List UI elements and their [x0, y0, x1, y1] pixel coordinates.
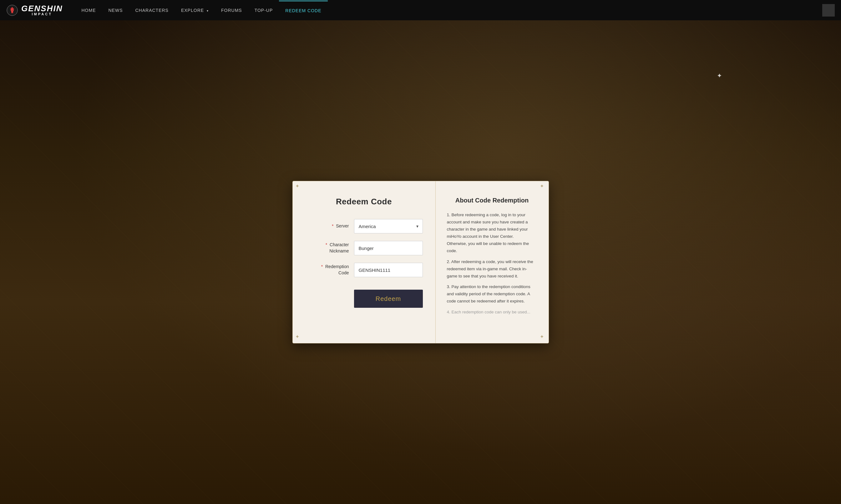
server-label: * Server	[305, 223, 349, 229]
info-point-4: 4. Each redemption code can only be used…	[447, 309, 535, 316]
info-point-2: 2. After redeeming a code, you will rece…	[447, 258, 535, 280]
nav-redeem-code[interactable]: REDEEM CODE	[279, 1, 327, 20]
navbar-right	[822, 4, 835, 17]
corner-tl: ✦	[295, 184, 302, 190]
code-required-star: *	[321, 264, 323, 269]
navbar-nav: HOME NEWS CHARACTERS EXPLORE ▾ FORUMS TO…	[75, 1, 822, 20]
info-point-3: 3. Pay attention to the redemption condi…	[447, 283, 535, 305]
logo-text: GENSHIN IMPACT	[21, 4, 63, 16]
code-field-group: * RedemptionCode	[305, 263, 423, 277]
info-scroll-area[interactable]: 1. Before redeeming a code, log in to yo…	[447, 212, 537, 327]
nav-characters[interactable]: CHARACTERS	[129, 1, 174, 20]
nav-topup[interactable]: TOP-UP	[248, 1, 279, 20]
left-panel-title: Redeem Code	[336, 197, 392, 206]
explore-dropdown-icon: ▾	[207, 9, 209, 13]
nav-news[interactable]: NEWS	[102, 1, 129, 20]
logo[interactable]: GENSHIN IMPACT	[6, 4, 63, 16]
nickname-field-group: * CharacterNickname	[305, 241, 423, 255]
user-avatar[interactable]	[822, 4, 835, 17]
right-panel: About Code Redemption 1. Before redeemin…	[436, 181, 549, 343]
logo-title: GENSHIN	[21, 4, 63, 13]
navbar: GENSHIN IMPACT HOME NEWS CHARACTERS EXPL…	[0, 0, 841, 20]
redeem-button[interactable]: Redeem	[354, 290, 423, 308]
redeem-button-group: Redeem	[305, 285, 423, 308]
code-label: * RedemptionCode	[305, 264, 349, 276]
main-content: ✦ ✦ ✦ ✦ Redeem Code * Server America Eur…	[0, 0, 841, 504]
logo-icon	[6, 4, 18, 16]
redeem-modal: ✦ ✦ ✦ ✦ Redeem Code * Server America Eur…	[292, 181, 549, 343]
left-panel: Redeem Code * Server America Europe Asia…	[293, 181, 436, 343]
info-point-1: 1. Before redeeming a code, log in to yo…	[447, 212, 535, 255]
logo-subtitle: IMPACT	[32, 13, 52, 16]
server-field-group: * Server America Europe Asia TW, HK, MO …	[305, 219, 423, 233]
nickname-label: * CharacterNickname	[305, 242, 349, 254]
nickname-required-star: *	[326, 242, 327, 247]
redemption-code-input[interactable]	[354, 263, 423, 277]
server-select[interactable]: America Europe Asia TW, HK, MO	[354, 219, 423, 233]
nav-forums[interactable]: FORUMS	[215, 1, 248, 20]
nickname-input[interactable]	[354, 241, 423, 255]
server-required-star: *	[332, 223, 333, 229]
nav-explore[interactable]: EXPLORE ▾	[175, 1, 215, 20]
info-text: 1. Before redeeming a code, log in to yo…	[447, 212, 535, 316]
server-select-wrapper: America Europe Asia TW, HK, MO ▾	[354, 219, 423, 233]
right-panel-title: About Code Redemption	[447, 197, 537, 204]
nav-home[interactable]: HOME	[75, 1, 102, 20]
corner-bl: ✦	[295, 334, 302, 341]
